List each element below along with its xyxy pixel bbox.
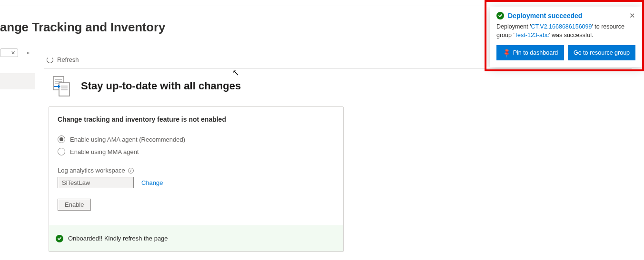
pin-button-label: Pin to dashboard [513, 49, 558, 56]
toast-body: Deployment 'CT.V2.1668686156099' to reso… [496, 23, 635, 39]
status-bar: Onboarded!! Kindly refresh the page [49, 225, 343, 251]
enable-button[interactable]: Enable [58, 199, 91, 211]
toast-deployment-link[interactable]: CT.V2.1668686156099 [531, 23, 592, 30]
radio-option-mma[interactable]: Enable using MMA agent [58, 148, 335, 155]
info-icon[interactable]: i [128, 168, 134, 173]
radio-checked-icon [58, 135, 65, 143]
radio-option-ama[interactable]: Enable using AMA agent (Recommended) [58, 135, 335, 143]
top-divider [0, 6, 644, 6]
pin-to-dashboard-button[interactable]: 📌 Pin to dashboard [496, 45, 564, 60]
close-pill-button[interactable]: ✕ [0, 48, 18, 57]
success-check-icon [496, 12, 504, 19]
heading: Stay up-to-date with all changes [81, 80, 241, 92]
enable-card: Change tracking and inventory feature is… [49, 106, 344, 252]
left-nav-selected-item[interactable] [0, 73, 35, 89]
collapse-chevrons-icon[interactable]: « [27, 49, 30, 56]
pin-icon: 📌 [501, 48, 512, 58]
page-more-icon[interactable]: ··· [143, 27, 152, 35]
refresh-icon [47, 57, 53, 63]
success-check-icon [56, 235, 63, 242]
deployment-toast: Deployment succeeded ✕ Deployment 'CT.V2… [490, 7, 642, 67]
cursor-icon: ↖ [232, 67, 239, 78]
refresh-label: Refresh [57, 56, 79, 63]
change-link[interactable]: Change [141, 179, 163, 186]
document-arrow-icon [51, 76, 72, 97]
toast-resource-group-link[interactable]: Test-123-abc [515, 32, 549, 39]
close-icon: ✕ [11, 50, 15, 56]
status-message: Onboarded!! Kindly refresh the page [68, 235, 168, 242]
go-to-resource-group-button[interactable]: Go to resource group [568, 45, 635, 60]
toast-title[interactable]: Deployment succeeded [508, 12, 625, 19]
workspace-label: Log analytics workspace [58, 167, 125, 174]
page-title: ange Tracking and Inventory [0, 20, 165, 35]
svg-rect-4 [59, 83, 69, 96]
toolbar-divider [44, 68, 632, 68]
radio-label-ama: Enable using AMA agent (Recommended) [70, 136, 185, 143]
close-icon[interactable]: ✕ [629, 11, 635, 20]
workspace-input[interactable] [58, 177, 134, 188]
card-title: Change tracking and inventory feature is… [58, 116, 335, 123]
refresh-button[interactable]: Refresh [47, 56, 79, 63]
radio-unchecked-icon [58, 148, 65, 155]
radio-label-mma: Enable using MMA agent [70, 148, 139, 155]
